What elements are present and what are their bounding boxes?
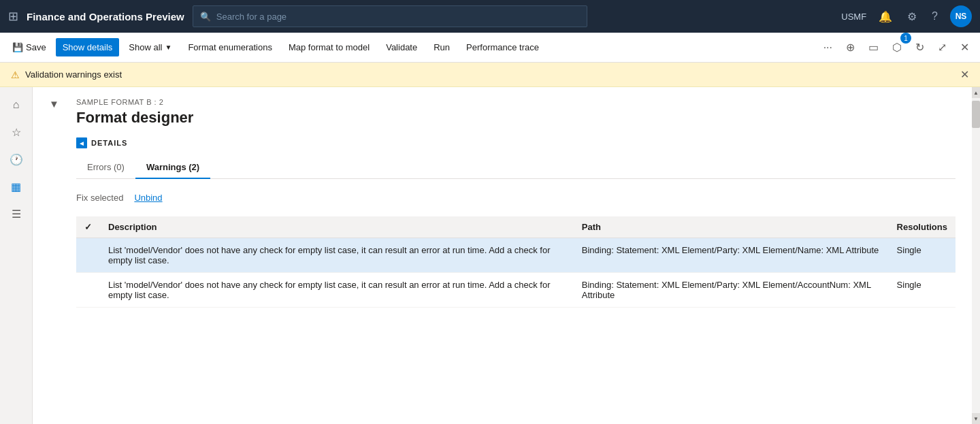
settings-button[interactable]: ⚙ — [904, 9, 919, 25]
tab-warnings[interactable]: Warnings (2) — [135, 157, 210, 179]
validate-button[interactable]: Validate — [379, 38, 424, 56]
sidebar-icon-workspace[interactable]: ▦ — [4, 174, 29, 199]
close-button[interactable]: ✕ — [955, 37, 975, 58]
performance-trace-button[interactable]: Performance trace — [459, 38, 546, 56]
open-new-button[interactable]: ⤢ — [932, 37, 952, 58]
details-collapse-button[interactable]: ◄ — [76, 137, 87, 148]
fix-selected-button[interactable]: Fix selected — [76, 190, 123, 206]
warning-icon: ⚠ — [11, 69, 20, 80]
row-path: Binding: Statement: XML Element/Party: X… — [574, 238, 889, 273]
view-button[interactable]: ▭ — [863, 37, 884, 58]
show-all-button[interactable]: Show all ▼ — [122, 38, 178, 56]
sidebar-icon-list[interactable]: ☰ — [4, 201, 29, 226]
action-row: Fix selected Unbind — [76, 190, 956, 206]
col-resolutions: Resolutions — [889, 216, 956, 238]
breadcrumb: SAMPLE FORMAT B : 2 — [76, 98, 956, 106]
sidebar: ⌂ ☆ 🕐 ▦ ☰ — [0, 87, 33, 424]
sidebar-icon-recent[interactable]: 🕐 — [4, 147, 29, 172]
top-navbar: ⊞ Finance and Operations Preview 🔍 USMF … — [0, 0, 980, 33]
details-label: DETAILS — [91, 139, 127, 147]
row-resolutions: Single — [889, 273, 956, 308]
row-description: List 'model/Vendor' does not have any ch… — [100, 238, 574, 273]
filter-area: ▼ — [49, 98, 76, 316]
save-button[interactable]: 💾 Save — [5, 38, 53, 56]
more-options-button[interactable]: ··· — [818, 37, 838, 58]
map-format-button[interactable]: Map format to model — [282, 38, 376, 56]
main-layout: ⌂ ☆ 🕐 ▦ ☰ ▼ SAMPLE FORMAT B : 2 Format d… — [0, 87, 980, 424]
col-description: Description — [100, 216, 574, 238]
search-icon: 🔍 — [200, 12, 211, 22]
pin-button[interactable]: ⊕ — [840, 37, 860, 58]
scroll-thumb[interactable] — [972, 101, 980, 128]
save-icon: 💾 — [12, 42, 23, 52]
content-inner: ▼ SAMPLE FORMAT B : 2 Format designer ◄ … — [49, 98, 956, 316]
filter-icon[interactable]: ▼ — [49, 98, 59, 110]
row-check[interactable] — [76, 238, 100, 273]
help-button[interactable]: ? — [929, 9, 941, 24]
warning-banner: ⚠ Validation warnings exist ✕ — [0, 63, 980, 87]
notifications-button[interactable]: 🔔 — [876, 9, 895, 25]
row-path: Binding: Statement: XML Element/Party: X… — [574, 273, 889, 308]
run-button[interactable]: Run — [427, 38, 457, 56]
unbind-button[interactable]: Unbind — [134, 190, 162, 206]
col-check: ✓ — [76, 216, 100, 238]
table-row[interactable]: List 'model/Vendor' does not have any ch… — [76, 238, 956, 273]
scroll-up-button[interactable]: ▲ — [972, 87, 980, 98]
content-area: ▼ SAMPLE FORMAT B : 2 Format designer ◄ … — [33, 87, 972, 424]
badge-count: 1 — [900, 33, 911, 44]
content-main: SAMPLE FORMAT B : 2 Format designer ◄ DE… — [76, 98, 956, 316]
warning-text: Validation warnings exist — [25, 69, 955, 80]
search-box[interactable]: 🔍 — [193, 5, 587, 27]
table-row[interactable]: List 'model/Vendor' does not have any ch… — [76, 273, 956, 308]
row-resolutions: Single — [889, 238, 956, 273]
show-details-button[interactable]: Show details — [56, 38, 120, 56]
warning-close-button[interactable]: ✕ — [960, 68, 969, 81]
page-title: Format designer — [76, 109, 956, 127]
user-label: USMF — [841, 12, 866, 22]
table-body: List 'model/Vendor' does not have any ch… — [76, 238, 956, 308]
app-title: Finance and Operations Preview — [27, 11, 184, 22]
sidebar-icon-home[interactable]: ⌂ — [4, 93, 29, 117]
toolbar: 💾 Save Show details Show all ▼ Format en… — [0, 33, 980, 63]
tabs-container: Errors (0) Warnings (2) — [76, 157, 956, 179]
table-header: ✓ Description Path Resolutions — [76, 216, 956, 238]
notification-badge-container: ⬡ 1 — [887, 37, 907, 58]
right-scrollbar: ▲ ▼ — [972, 87, 980, 424]
avatar[interactable]: NS — [950, 5, 972, 27]
details-section: ◄ DETAILS Errors (0) Warnings (2) — [76, 137, 956, 308]
format-enumerations-button[interactable]: Format enumerations — [181, 38, 279, 56]
details-header: ◄ DETAILS — [76, 137, 956, 148]
scroll-down-button[interactable]: ▼ — [972, 413, 980, 424]
row-description: List 'model/Vendor' does not have any ch… — [100, 273, 574, 308]
row-check[interactable] — [76, 273, 100, 308]
grid-icon[interactable]: ⊞ — [8, 9, 18, 24]
warnings-table: ✓ Description Path Resolutions List 'mod… — [76, 216, 956, 308]
search-input[interactable] — [216, 12, 580, 22]
col-path: Path — [574, 216, 889, 238]
sidebar-icon-favorites[interactable]: ☆ — [4, 120, 29, 144]
refresh-button[interactable]: ↻ — [910, 37, 930, 58]
tab-errors[interactable]: Errors (0) — [76, 157, 135, 179]
chevron-down-icon: ▼ — [165, 44, 172, 51]
nav-right: USMF 🔔 ⚙ ? NS — [841, 5, 972, 27]
scroll-track[interactable] — [972, 98, 980, 413]
